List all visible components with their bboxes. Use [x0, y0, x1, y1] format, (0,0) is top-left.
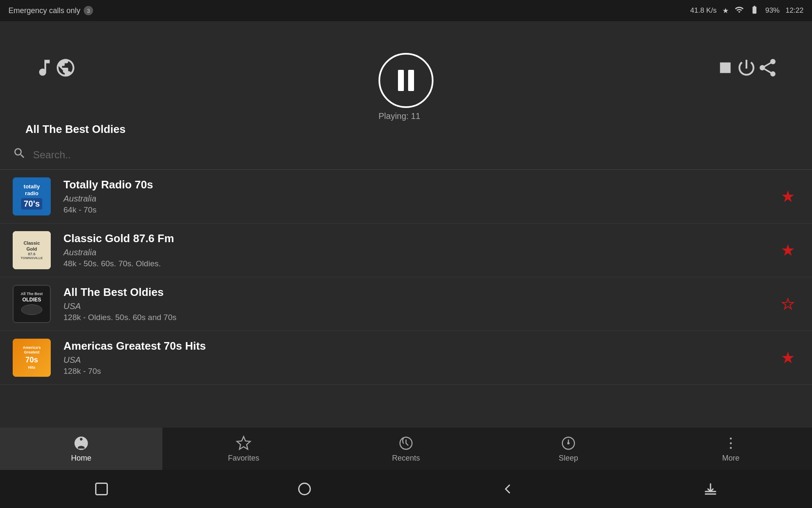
list-item[interactable]: All The Best OLDIES All The Best Oldies … — [0, 277, 812, 331]
share-button[interactable] — [757, 57, 778, 78]
station-name: Totally Radio 70s — [63, 178, 776, 191]
favorite-button[interactable]: ☆ — [776, 290, 799, 318]
svg-point-4 — [730, 442, 732, 444]
nav-favorites[interactable]: Favorites — [162, 428, 325, 470]
battery-icon — [750, 5, 759, 17]
globe-icon[interactable] — [55, 57, 76, 78]
download-nav-button[interactable] — [703, 481, 718, 497]
power-button[interactable] — [736, 57, 757, 78]
favorite-button[interactable]: ★ — [776, 344, 799, 371]
square-nav-button[interactable] — [94, 481, 109, 497]
playing-label: Playing: 11 — [379, 111, 433, 121]
player-header: Playing: 11 — [0, 21, 812, 114]
player-controls: Playing: 11 — [0, 57, 812, 78]
stop-button[interactable] — [715, 57, 736, 78]
system-nav — [0, 470, 812, 508]
nav-sleep-label: Sleep — [559, 454, 578, 463]
station-info: All The Best Oldies USA 128k - Oldies. 5… — [63, 286, 776, 322]
station-name: Classic Gold 87.6 Fm — [63, 232, 776, 245]
station-list: totally radio 70's Totally Radio 70s Aus… — [0, 170, 812, 394]
search-input[interactable] — [33, 149, 799, 161]
nav-more-label: More — [722, 454, 739, 463]
back-nav-button[interactable] — [500, 481, 515, 497]
list-item[interactable]: Classic Gold 87.6 TOWNSVILLE Classic Gol… — [0, 224, 812, 277]
nav-recents-label: Recents — [392, 454, 420, 463]
bottom-nav: Home Favorites Recents Sleep More — [0, 428, 812, 470]
nav-home-label: Home — [71, 454, 91, 463]
pause-button[interactable]: Playing: 11 — [379, 53, 433, 121]
list-item[interactable]: totally radio 70's Totally Radio 70s Aus… — [0, 170, 812, 224]
station-meta: 128k - 70s — [63, 367, 776, 376]
station-logo: America's Greatest 70s Hits — [13, 339, 51, 377]
nav-favorites-label: Favorites — [228, 454, 259, 463]
battery-percent: 93% — [765, 6, 779, 15]
station-country: USA — [63, 355, 776, 365]
nav-sleep[interactable]: Sleep — [487, 428, 650, 470]
clock: 12:22 — [785, 6, 804, 15]
station-info: Americas Greatest 70s Hits USA 128k - 70… — [63, 340, 776, 376]
bluetooth-icon: ★ — [722, 6, 729, 15]
list-item[interactable]: America's Greatest 70s Hits Americas Gre… — [0, 331, 812, 385]
svg-point-7 — [299, 483, 310, 495]
favorite-button[interactable]: ★ — [776, 237, 799, 264]
search-icon — [13, 146, 26, 163]
favorite-button[interactable]: ★ — [776, 183, 799, 210]
station-country: Australia — [63, 194, 776, 204]
station-meta: 64k - 70s — [63, 205, 776, 215]
station-title: All The Best Oldies — [13, 119, 812, 140]
svg-rect-6 — [96, 483, 107, 495]
nav-home[interactable]: Home — [0, 428, 162, 470]
emergency-text: Emergency calls only — [8, 6, 80, 15]
home-nav-button[interactable] — [297, 481, 312, 497]
nav-recents[interactable]: Recents — [325, 428, 487, 470]
station-logo: Classic Gold 87.6 TOWNSVILLE — [13, 231, 51, 269]
notification-badge: 3 — [84, 6, 93, 15]
music-icon[interactable] — [34, 57, 55, 78]
station-logo: totally radio 70's — [13, 177, 51, 215]
station-meta: 128k - Oldies. 50s. 60s and 70s — [63, 313, 776, 322]
svg-point-5 — [730, 447, 732, 449]
station-info: Classic Gold 87.6 Fm Australia 48k - 50s… — [63, 232, 776, 268]
signal-icon — [735, 5, 744, 17]
status-bar: Emergency calls only 3 41.8 K/s ★ 93% 12… — [0, 0, 812, 21]
station-info: Totally Radio 70s Australia 64k - 70s — [63, 178, 776, 215]
nav-more[interactable]: More — [650, 428, 812, 470]
svg-point-3 — [730, 437, 732, 439]
svg-point-2 — [568, 442, 569, 444]
station-country: USA — [63, 301, 776, 311]
station-logo: All The Best OLDIES — [13, 285, 51, 323]
station-name: Americas Greatest 70s Hits — [63, 340, 776, 353]
station-name: All The Best Oldies — [63, 286, 776, 299]
station-country: Australia — [63, 248, 776, 257]
station-meta: 48k - 50s. 60s. 70s. Oldies. — [63, 259, 776, 268]
network-speed: 41.8 K/s — [690, 6, 716, 15]
search-bar — [0, 140, 812, 170]
